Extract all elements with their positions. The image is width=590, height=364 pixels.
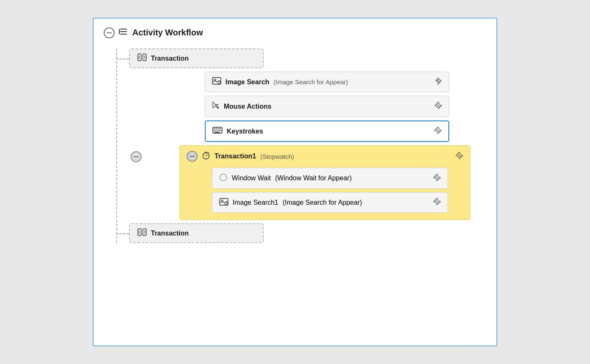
- window-wait-sublabel: (Window Wait for Appear): [275, 174, 352, 182]
- svg-point-29: [206, 155, 206, 156]
- image-search-item[interactable]: Image Search (Image Search for Appear): [205, 72, 449, 92]
- image-search1-label: Image Search1: [233, 199, 279, 206]
- svg-rect-20: [217, 130, 218, 131]
- window-wait-left: Window Wait (Window Wait for Appear): [219, 173, 351, 183]
- activity-workflow-panel: Activity Workflow Transaction: [93, 18, 497, 346]
- window-wait-item[interactable]: Window Wait (Window Wait for Appear): [212, 168, 448, 189]
- keystrokes-label: Keystrokes: [227, 128, 263, 135]
- transaction1-children: Window Wait (Window Wait for Appear): [212, 168, 463, 213]
- transaction1-sublabel: (Stopwatch): [260, 153, 294, 160]
- keyboard-icon: [212, 127, 223, 136]
- svg-rect-16: [217, 128, 219, 130]
- transaction1-inner-collapse[interactable]: [187, 151, 198, 162]
- transaction-bottom-node[interactable]: Transaction: [129, 223, 264, 243]
- transaction-bottom-icon: [137, 228, 147, 238]
- svg-line-10: [437, 84, 438, 85]
- transaction-top-icon: [137, 54, 147, 63]
- image-search-label: Image Search: [225, 78, 269, 86]
- image-search1-item[interactable]: Image Search1 (Image Search for Appear): [212, 192, 448, 213]
- svg-point-32: [220, 174, 227, 181]
- tree-container: Transaction Image Se: [104, 48, 486, 243]
- transaction-top-label: Transaction: [151, 55, 189, 62]
- stopwatch-icon: [202, 151, 210, 161]
- h-connector-top: [116, 59, 129, 59]
- image-search1-pin-icon: [433, 198, 441, 207]
- mouse-actions-left: Mouse Actions: [212, 101, 271, 112]
- transaction1-pin-icon: [456, 152, 463, 161]
- mouse-actions-pin-icon: [434, 102, 442, 111]
- tree-line: [116, 48, 117, 243]
- children-area: Image Search (Image Search for Appear): [205, 72, 486, 142]
- svg-rect-14: [214, 128, 215, 130]
- svg-rect-22: [220, 130, 222, 131]
- mouse-actions-label: Mouse Actions: [224, 103, 271, 110]
- image-search1-icon: [219, 198, 228, 207]
- transaction-top-node[interactable]: Transaction: [129, 48, 264, 68]
- window-wait-label: Window Wait: [232, 174, 271, 182]
- svg-rect-23: [215, 132, 220, 133]
- transaction1-wrapper: Transaction1 (Stopwatch): [129, 145, 486, 220]
- svg-line-30: [209, 153, 209, 153]
- image-search1-left: Image Search1 (Image Search for Appear): [219, 198, 362, 207]
- h-connector-bottom: [116, 233, 129, 234]
- keystrokes-left: Keystrokes: [212, 127, 263, 136]
- panel-header: Activity Workflow: [104, 27, 486, 38]
- svg-rect-19: [215, 130, 217, 131]
- transaction-bottom-row: Transaction: [129, 223, 486, 243]
- transaction1-left: Transaction1 (Stopwatch): [187, 151, 294, 162]
- keystrokes-pin-icon: [434, 126, 442, 136]
- svg-rect-21: [219, 130, 220, 131]
- image-search-icon: [212, 77, 221, 87]
- panel-title: Activity Workflow: [132, 28, 203, 37]
- svg-rect-18: [214, 130, 215, 131]
- mouse-icon: [212, 101, 220, 112]
- image-search-pin-icon: [434, 77, 442, 87]
- svg-rect-17: [220, 128, 221, 130]
- mouse-actions-item[interactable]: Mouse Actions: [205, 96, 449, 117]
- window-wait-pin-icon: [433, 174, 441, 183]
- transaction1-label: Transaction1: [215, 153, 256, 160]
- image-search-sublabel: (Image Search for Appear): [274, 78, 348, 86]
- image-search-left: Image Search (Image Search for Appear): [212, 77, 348, 87]
- collapse-button[interactable]: [104, 27, 115, 38]
- transaction-top-row: Transaction: [129, 48, 486, 68]
- workflow-icon: [119, 27, 128, 38]
- svg-rect-15: [216, 128, 217, 130]
- transaction1-block: Transaction1 (Stopwatch): [180, 145, 470, 220]
- window-wait-icon: [219, 173, 228, 183]
- transaction1-collapse-button[interactable]: [131, 151, 142, 162]
- transaction-bottom-label: Transaction: [151, 230, 189, 237]
- image-search1-sublabel: (Image Search for Appear): [283, 199, 362, 206]
- keystrokes-item[interactable]: Keystrokes: [205, 120, 449, 142]
- transaction1-header: Transaction1 (Stopwatch): [187, 151, 463, 162]
